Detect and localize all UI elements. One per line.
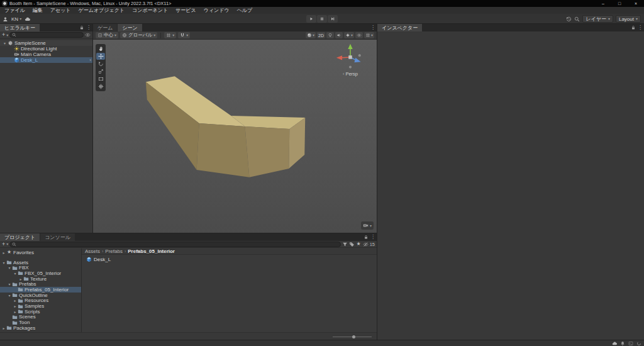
foldout-arrow[interactable]: ▾ [2, 41, 8, 45]
prefab-open-chevron[interactable]: › [89, 57, 91, 63]
hierarchy-item-desk-l[interactable]: Desk_L› [0, 57, 92, 63]
create-object-button[interactable]: + [2, 32, 5, 38]
menu-assets[interactable]: アセット [47, 7, 75, 14]
lock-icon[interactable] [364, 235, 369, 240]
breadcrumb-item-assets[interactable]: Assets [85, 248, 100, 254]
hierarchy-search[interactable] [9, 32, 84, 38]
tab-game[interactable]: ゲーム [93, 24, 117, 31]
grid-visibility-toggle[interactable]: ▾ [364, 32, 374, 38]
progress-icon[interactable] [636, 341, 641, 346]
layout-dropdown[interactable]: Layout ▾ [616, 15, 641, 23]
2d-view-toggle[interactable]: 2D [317, 32, 325, 38]
tab-console[interactable]: コンソール [40, 233, 75, 241]
tab-inspector[interactable]: インスペクター [377, 24, 422, 31]
undo-history-icon[interactable] [566, 16, 572, 22]
project-search[interactable] [9, 242, 340, 247]
gizmo-projection-label[interactable]: ‹ Persp [333, 71, 368, 77]
foldout-arrow[interactable]: ▸ [13, 304, 18, 308]
menu-file[interactable]: ファイル [1, 7, 29, 14]
shading-mode-toggle[interactable]: ▾ [306, 32, 316, 38]
scale-tool-button[interactable] [96, 68, 105, 75]
snap-increment-dropdown[interactable]: ▾ [178, 32, 190, 38]
project-folder-quickoutline[interactable]: ▾QuickOutline [0, 293, 81, 298]
foldout-arrow[interactable]: ▾ [7, 293, 12, 298]
panel-menu-icon[interactable]: ⋮ [86, 25, 91, 30]
transform-tool-button[interactable] [96, 83, 105, 90]
hierarchy-item-samplescene[interactable]: ▾SampleScene [0, 40, 92, 46]
panel-menu-icon[interactable]: ⋮ [370, 25, 375, 30]
pivot-mode-dropdown[interactable]: 中心 ▾ [96, 32, 118, 38]
hidden-packages-icon[interactable] [363, 242, 369, 247]
foldout-arrow[interactable]: ▸ [1, 326, 6, 330]
account-dropdown[interactable]: KN ▾ [10, 15, 23, 23]
create-asset-button[interactable]: + [2, 242, 5, 247]
console-icon[interactable] [628, 341, 633, 346]
menu-gameobject[interactable]: ゲームオブジェクト [75, 7, 129, 14]
project-folder-scenes[interactable]: Scenes [0, 315, 81, 320]
project-folder-resources[interactable]: ▸Resources [0, 298, 81, 304]
foldout-arrow[interactable]: ▾ [1, 260, 6, 265]
project-folder-packages[interactable]: ▸Packages [0, 325, 81, 331]
handle-space-dropdown[interactable]: グローバル ▾ [120, 32, 157, 38]
scene-camera-settings-button[interactable]: ▾ [361, 221, 374, 230]
project-folder-toon[interactable]: Toon [0, 320, 81, 325]
maximize-button[interactable]: □ [611, 0, 628, 7]
panel-menu-icon[interactable]: ⋮ [638, 25, 643, 30]
project-folder-samples[interactable]: ▸Samples [0, 303, 81, 309]
slider-thumb[interactable] [352, 335, 355, 338]
breadcrumb-item-prefabs-05-interior[interactable]: Prefabs_05_Interior [128, 248, 175, 254]
project-folder-prefabs-05-interior[interactable]: Prefabs_05_Interior [0, 287, 81, 293]
breadcrumb-item-prefabs[interactable]: Prefabs [105, 248, 123, 254]
scene-visibility-toggle[interactable] [355, 32, 363, 38]
filter-type-icon[interactable] [342, 242, 348, 247]
tab-scene[interactable]: シーン [118, 24, 142, 31]
hand-tool-button[interactable] [96, 45, 105, 52]
hierarchy-search-input[interactable] [18, 32, 81, 38]
scene-viewport[interactable]: ‹ Persp ▾ [93, 40, 377, 233]
foldout-arrow[interactable]: ▸ [18, 277, 23, 281]
search-icon[interactable] [574, 16, 580, 22]
menu-services[interactable]: サービス [172, 7, 200, 14]
hierarchy-item-directional-light[interactable]: Directional Light [0, 46, 92, 52]
minimize-button[interactable]: – [595, 0, 611, 7]
lock-icon[interactable] [631, 25, 636, 30]
grid-snap-dropdown[interactable]: ▾ [164, 32, 176, 38]
pause-button[interactable] [317, 15, 327, 23]
layers-dropdown[interactable]: レイヤー ▾ [582, 15, 613, 23]
project-folder-texture[interactable]: ▸Texture [0, 276, 81, 282]
bell-icon[interactable] [620, 341, 625, 346]
chevron-down-icon[interactable]: ▾ [6, 242, 8, 246]
move-tool-button[interactable] [96, 53, 105, 60]
panel-menu-icon[interactable]: ⋮ [370, 235, 375, 240]
project-search-input[interactable] [18, 242, 338, 247]
rect-tool-button[interactable] [96, 75, 105, 82]
orientation-gizmo[interactable] [333, 42, 368, 72]
scene-effects-toggle[interactable]: ▾ [344, 32, 354, 38]
foldout-arrow[interactable]: ▸ [1, 250, 6, 255]
step-button[interactable] [328, 15, 338, 23]
icon-size-slider[interactable] [333, 335, 372, 338]
save-search-icon[interactable]: ★ [356, 242, 362, 247]
foldout-arrow[interactable]: ▾ [7, 282, 12, 286]
lock-icon[interactable] [79, 25, 84, 30]
project-folder-fbx[interactable]: ▾FBX [0, 265, 81, 271]
scene-audio-toggle[interactable] [335, 32, 343, 38]
foldout-arrow[interactable]: ▸ [13, 298, 18, 303]
asset-item-desk-l[interactable]: Desk_L [85, 257, 112, 262]
hierarchy-item-main-camera[interactable]: Main Camera [0, 52, 92, 57]
close-button[interactable]: × [628, 0, 644, 7]
project-folder-assets[interactable]: ▾Assets [0, 260, 81, 265]
rotate-tool-button[interactable] [96, 60, 105, 67]
filter-label-icon[interactable] [349, 242, 355, 247]
foldout-arrow[interactable]: ▾ [7, 265, 12, 270]
foldout-arrow[interactable]: ▸ [13, 310, 18, 314]
play-button[interactable] [306, 15, 316, 23]
chevron-down-icon[interactable]: ▾ [6, 33, 8, 37]
project-folder-prefabs[interactable]: ▾Prefabs [0, 281, 81, 287]
cloud-services-icon[interactable] [25, 16, 30, 22]
menu-edit[interactable]: 編集 [29, 7, 47, 14]
project-folder-scripts[interactable]: ▸Scripts [0, 309, 81, 315]
scene-lighting-toggle[interactable] [326, 32, 334, 38]
project-folder-fbx-05-interior[interactable]: ▾FBX_05_Interior [0, 271, 81, 276]
tab-hierarchy[interactable]: ヒエラルキー [0, 24, 40, 31]
